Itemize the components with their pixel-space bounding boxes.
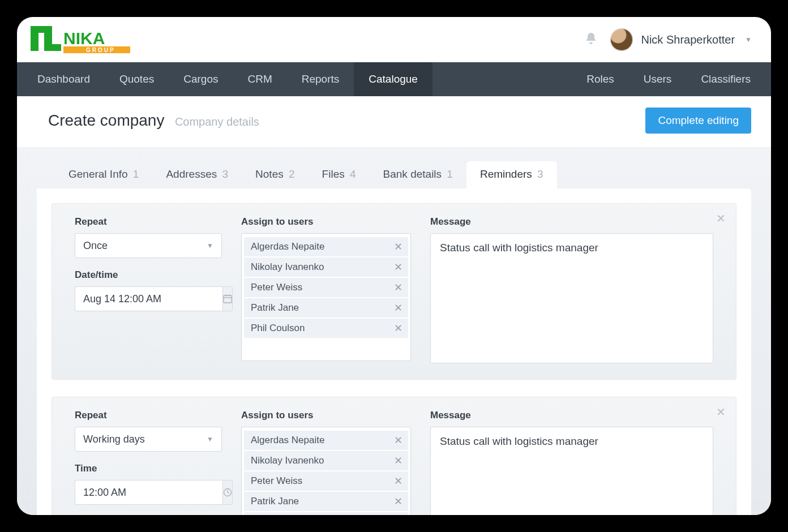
time-label: Time xyxy=(75,463,222,474)
nav-users[interactable]: Users xyxy=(629,62,687,96)
tab-files[interactable]: Files 4 xyxy=(309,161,370,188)
complete-editing-button[interactable]: Complete editing xyxy=(645,108,751,134)
remove-tag-icon[interactable]: ✕ xyxy=(394,302,402,314)
tab-bank-details[interactable]: Bank details 1 xyxy=(370,161,466,188)
repeat-select[interactable]: Once ▼ xyxy=(75,233,222,258)
svg-text:GROUP: GROUP xyxy=(86,47,115,53)
tab-reminders[interactable]: Reminders 3 xyxy=(466,161,557,188)
assign-label: Assign to users xyxy=(241,410,411,421)
close-icon[interactable]: ✕ xyxy=(716,405,726,419)
reminder-card: ✕ Repeat Once ▼ Date/time xyxy=(52,203,736,380)
datetime-input[interactable] xyxy=(75,286,222,311)
assign-users-box[interactable]: Algerdas Nepaite✕ Nikolay Ivanenko✕ Pete… xyxy=(241,233,411,361)
page-subtitle: Company details xyxy=(175,115,259,128)
remove-tag-icon[interactable]: ✕ xyxy=(394,454,402,467)
col-message: Message xyxy=(430,410,713,515)
repeat-label: Repeat xyxy=(75,216,222,228)
svg-rect-7 xyxy=(224,295,232,303)
datetime-label: Date/time xyxy=(75,269,222,281)
repeat-label: Repeat xyxy=(75,410,222,421)
nav-reports[interactable]: Reports xyxy=(287,62,354,96)
message-textarea[interactable] xyxy=(430,233,713,363)
tab-general-info[interactable]: General Info 1 xyxy=(55,161,152,188)
user-tag: Nikolay Ivanenko✕ xyxy=(244,258,408,277)
username: Nick Shraperkotter xyxy=(641,33,735,46)
user-tag: Nikolay Ivanenko✕ xyxy=(244,451,408,470)
topbar-right: Nick Shraperkotter ▼ xyxy=(584,28,752,51)
nav-left: Dashboard Quotes Cargos CRM Reports Cata… xyxy=(23,62,432,96)
chevron-down-icon: ▼ xyxy=(207,435,213,443)
time-input-group xyxy=(75,480,222,505)
time-input[interactable] xyxy=(75,480,222,505)
app-window: NIKA GROUP Nick Shraperkotter ▼ Dashboar… xyxy=(17,17,771,515)
nav-catalogue[interactable]: Catalogue xyxy=(354,62,432,96)
remove-tag-icon[interactable]: ✕ xyxy=(394,322,402,334)
assign-user-input[interactable] xyxy=(244,339,408,358)
reminder-card: ✕ Repeat Working days ▼ Time xyxy=(52,397,736,515)
svg-rect-3 xyxy=(44,44,61,51)
svg-text:NIKA: NIKA xyxy=(63,29,105,48)
repeat-select[interactable]: Working days ▼ xyxy=(75,427,222,452)
logo: NIKA GROUP xyxy=(31,25,132,54)
user-tag: Algerdas Nepaite✕ xyxy=(244,431,408,450)
nav-classifiers[interactable]: Classifiers xyxy=(686,62,765,96)
message-label: Message xyxy=(430,216,713,228)
user-tag: Patrik Jane✕ xyxy=(244,492,408,511)
user-tag: Peter Weiss✕ xyxy=(244,278,408,297)
topbar: NIKA GROUP Nick Shraperkotter ▼ xyxy=(17,17,771,62)
remove-tag-icon[interactable]: ✕ xyxy=(394,261,402,273)
nav-dashboard[interactable]: Dashboard xyxy=(23,62,105,96)
remove-tag-icon[interactable]: ✕ xyxy=(394,281,402,294)
page-title: Create company xyxy=(48,111,164,129)
user-tag: Phil Coulson✕ xyxy=(244,512,408,515)
main-nav: Dashboard Quotes Cargos CRM Reports Cata… xyxy=(17,62,771,96)
panel-reminders: ✕ Repeat Once ▼ Date/time xyxy=(37,188,751,515)
clock-icon[interactable] xyxy=(222,480,233,505)
avatar xyxy=(610,28,633,51)
tab-notes[interactable]: Notes 2 xyxy=(242,161,309,188)
nav-right: Roles Users Classifiers xyxy=(572,62,765,96)
chevron-down-icon: ▼ xyxy=(745,36,752,44)
user-tag: Algerdas Nepaite✕ xyxy=(244,237,408,256)
page-header: Create company Company details Complete … xyxy=(17,96,771,148)
content: General Info 1 Addresses 3 Notes 2 Files… xyxy=(17,148,771,515)
datetime-input-group xyxy=(75,286,222,311)
message-textarea[interactable] xyxy=(430,427,713,515)
remove-tag-icon[interactable]: ✕ xyxy=(394,241,402,253)
nav-cargos[interactable]: Cargos xyxy=(169,62,233,96)
tab-addresses[interactable]: Addresses 3 xyxy=(152,161,242,188)
page-title-group: Create company Company details xyxy=(48,111,259,130)
message-label: Message xyxy=(430,410,713,421)
col-message: Message xyxy=(430,216,713,363)
assign-users-box[interactable]: Algerdas Nepaite✕ Nikolay Ivanenko✕ Pete… xyxy=(241,427,411,515)
remove-tag-icon[interactable]: ✕ xyxy=(394,475,402,487)
col-assign: Assign to users Algerdas Nepaite✕ Nikola… xyxy=(241,216,411,363)
col-schedule: Repeat Once ▼ Date/time xyxy=(75,216,222,363)
remove-tag-icon[interactable]: ✕ xyxy=(394,495,402,508)
remove-tag-icon[interactable]: ✕ xyxy=(394,434,402,447)
calendar-icon[interactable] xyxy=(222,286,233,311)
chevron-down-icon: ▼ xyxy=(207,242,213,250)
nav-roles[interactable]: Roles xyxy=(572,62,629,96)
user-tag: Peter Weiss✕ xyxy=(244,471,408,491)
close-icon[interactable]: ✕ xyxy=(716,212,726,225)
user-menu[interactable]: Nick Shraperkotter ▼ xyxy=(610,28,752,51)
notification-bell-icon[interactable] xyxy=(584,32,598,48)
user-tag: Patrik Jane✕ xyxy=(244,298,408,318)
col-schedule: Repeat Working days ▼ Time xyxy=(75,410,222,515)
tabs: General Info 1 Addresses 3 Notes 2 Files… xyxy=(37,148,751,188)
assign-label: Assign to users xyxy=(241,216,411,228)
user-tag: Phil Coulson✕ xyxy=(244,319,408,338)
nav-crm[interactable]: CRM xyxy=(233,62,286,96)
nav-quotes[interactable]: Quotes xyxy=(105,62,169,96)
col-assign: Assign to users Algerdas Nepaite✕ Nikola… xyxy=(241,410,411,515)
